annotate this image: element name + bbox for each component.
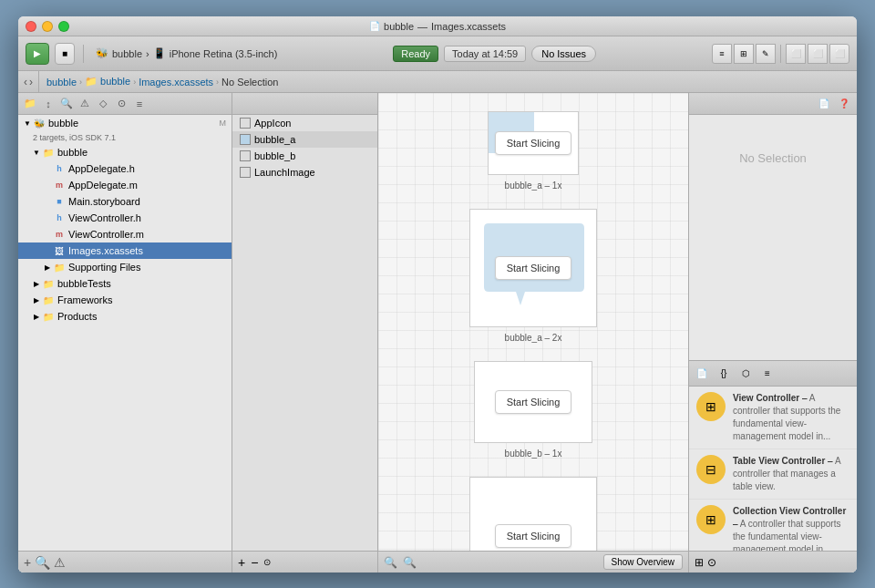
lib-item-table-view-controller[interactable]: ⊟ Table View Controller – A controller t…	[689, 449, 857, 500]
view-btn-5[interactable]: ⬜	[808, 44, 828, 64]
tree-item-frameworks[interactable]: ▶ 📁 Frameworks	[18, 292, 232, 308]
tree-label-appdelegate-h: AppDelegate.h	[68, 163, 135, 174]
tree-item-root[interactable]: ▼ 🐝 bubble M	[18, 115, 232, 131]
inspector-bottom: ⊞ ⊙	[689, 551, 857, 573]
sidebar-icon-git[interactable]: ↕	[40, 96, 57, 112]
traffic-lights	[26, 21, 69, 32]
arrow-icon: ▼	[22, 118, 33, 129]
tree-item-bubble-group[interactable]: ▼ 📁 bubble	[18, 144, 232, 160]
slice-container-bubble-a-1x: Start Slicing bubble_a – 1x	[488, 111, 579, 191]
project-icon: 🐝	[33, 117, 46, 129]
lib-item-view-controller[interactable]: ⊞ View Controller – A controller that su…	[689, 387, 857, 449]
sidebar-toolbar: 📁 ↕ 🔍 ⚠ ◇ ⊙ ≡	[18, 93, 232, 115]
tree-item-appdelegate-m[interactable]: m AppDelegate.m	[18, 177, 232, 193]
tree-item-bubble-tests[interactable]: ▶ 📁 bubbleTests	[18, 275, 232, 292]
tree-item-products[interactable]: ▶ 📁 Products	[18, 308, 232, 325]
nav-back-button[interactable]: ‹	[24, 76, 27, 88]
minimize-button[interactable]	[42, 21, 53, 32]
tree-item-images-xcassets[interactable]: 🖼 Images.xcassets	[18, 242, 232, 259]
view-controls: ≡ ⊞ ✎ ⬜ ⬜ ⬜	[712, 44, 849, 64]
asset-item-bubble-a[interactable]: bubble_a	[232, 131, 377, 148]
stop-button[interactable]: ■	[55, 43, 75, 65]
breadcrumb-xcassets[interactable]: Images.xcassets	[139, 77, 213, 88]
sidebar-icon-test[interactable]: ◇	[95, 96, 111, 112]
asset-item-bubble-b[interactable]: bubble_b	[232, 148, 377, 164]
file-h-icon: h	[53, 162, 66, 175]
breadcrumb-bubble-2[interactable]: 📁 bubble	[85, 76, 130, 88]
show-overview-button[interactable]: Show Overview	[603, 554, 683, 570]
view-btn-6[interactable]: ⬜	[829, 44, 849, 64]
inspector-help-btn[interactable]: ❓	[835, 95, 853, 113]
arrow-icon: ▼	[31, 147, 42, 158]
lib-btn-file[interactable]: 📄	[693, 365, 711, 383]
asset-label-bubble-b: bubble_b	[254, 150, 295, 161]
zoom-in-button[interactable]: 🔍	[403, 556, 417, 569]
play-button[interactable]: ▶	[26, 43, 49, 65]
status-area: Ready Today at 14:59 No Issues	[283, 46, 706, 62]
remove-asset-button[interactable]: −	[251, 555, 258, 570]
scheme-selector[interactable]: 🐝 bubble › 📱 iPhone Retina (3.5-inch)	[96, 47, 277, 59]
maximize-button[interactable]	[58, 21, 69, 32]
editor-area: Start Slicing bubble_a – 1x Start Slicin…	[378, 93, 688, 573]
assets-list: AppIcon bubble_a bubble_b LaunchImage	[232, 115, 377, 551]
breadcrumb-sep-1: ›	[79, 77, 82, 87]
lib-text-collection-view-controller: Collection View Controller – A controlle…	[733, 505, 849, 551]
file-m2-icon: m	[53, 228, 66, 241]
assets-bottom: + − ⊙	[232, 551, 377, 573]
sidebar-warning-button[interactable]: ⚠	[54, 556, 66, 569]
lib-btn-code[interactable]: {}	[715, 365, 733, 383]
inspector-bottom-btn-2[interactable]: ⊙	[707, 556, 716, 569]
tree-label-appdelegate-m: AppDelegate.m	[68, 180, 138, 191]
view-btn-4[interactable]: ⬜	[786, 44, 806, 64]
inspector-file-btn[interactable]: 📄	[815, 95, 833, 113]
sidebar-icon-report[interactable]: ≡	[131, 96, 148, 112]
zoom-out-button[interactable]: 🔍	[384, 556, 397, 569]
sidebar-icon-search[interactable]: 🔍	[58, 96, 75, 112]
tree-item-viewcontroller-h[interactable]: h ViewController.h	[18, 210, 232, 226]
title-sep: —	[417, 21, 427, 32]
main-window: 📄 bubble — Images.xcassets ▶ ■ 🐝 bubble …	[18, 16, 857, 573]
inspector-no-selection: No Selection	[689, 115, 857, 360]
file-tree: ▼ 🐝 bubble M 2 targets, iOS SDK 7.1 ▼ 📁 …	[18, 115, 232, 551]
lib-item-collection-view-controller[interactable]: ⊞ Collection View Controller – A control…	[689, 500, 857, 551]
tree-item-main-storyboard[interactable]: ■ Main.storyboard	[18, 193, 232, 210]
assets-panel: AppIcon bubble_a bubble_b LaunchImage + …	[232, 93, 378, 573]
slice-box-bubble-b-1x: Start Slicing	[474, 361, 592, 443]
folder-icon: 📁	[42, 310, 55, 323]
lib-icon-view-controller: ⊞	[696, 392, 726, 421]
lib-btn-media[interactable]: ≡	[758, 365, 777, 383]
start-slicing-btn-a2x[interactable]: Start Slicing	[495, 256, 572, 280]
sidebar-icon-folder[interactable]: 📁	[22, 96, 38, 112]
arrow-icon: ▶	[42, 262, 53, 273]
sidebar-filter-button[interactable]: 🔍	[35, 556, 50, 569]
view-btn-3[interactable]: ✎	[756, 44, 776, 64]
table-view-controller-icon-glyph: ⊟	[705, 462, 716, 477]
view-btn-2[interactable]: ⊞	[734, 44, 754, 64]
lib-text-view-controller: View Controller – A controller that supp…	[733, 392, 849, 443]
slice-box-bubble-a-2x: Start Slicing	[469, 209, 597, 327]
start-slicing-btn-a1x[interactable]: Start Slicing	[495, 131, 572, 155]
breadcrumb-bubble-1[interactable]: bubble	[46, 77, 77, 88]
inspector-bottom-btn-1[interactable]: ⊞	[695, 556, 704, 569]
tree-item-supporting-files[interactable]: ▶ 📁 Supporting Files	[18, 259, 232, 275]
add-file-button[interactable]: +	[24, 556, 31, 569]
start-slicing-btn-b2x[interactable]: Start Slicing	[495, 524, 572, 548]
tree-item-viewcontroller-m[interactable]: m ViewController.m	[18, 226, 232, 242]
view-btn-1[interactable]: ≡	[712, 44, 732, 64]
asset-item-appicon[interactable]: AppIcon	[232, 115, 377, 131]
asset-options-button[interactable]: ⊙	[263, 557, 271, 567]
close-button[interactable]	[26, 21, 36, 32]
add-asset-button[interactable]: +	[238, 555, 245, 570]
sidebar-icon-warning[interactable]: ⚠	[77, 96, 93, 112]
inspector-toolbar: 📄 ❓	[689, 93, 857, 115]
tree-item-appdelegate-h[interactable]: h AppDelegate.h	[18, 160, 232, 177]
arrow-icon: ▶	[31, 294, 42, 305]
asset-item-launchimage[interactable]: LaunchImage	[232, 164, 377, 181]
start-slicing-btn-b1x[interactable]: Start Slicing	[495, 390, 572, 414]
asset-bubble-b-icon	[240, 150, 251, 161]
slice-label-a1x: bubble_a – 1x	[505, 181, 562, 191]
sidebar-icon-debug[interactable]: ⊙	[113, 96, 129, 112]
tree-label-images-xcassets: Images.xcassets	[68, 245, 143, 256]
lib-btn-object[interactable]: ⬡	[736, 365, 755, 383]
nav-forward-button[interactable]: ›	[29, 76, 33, 88]
